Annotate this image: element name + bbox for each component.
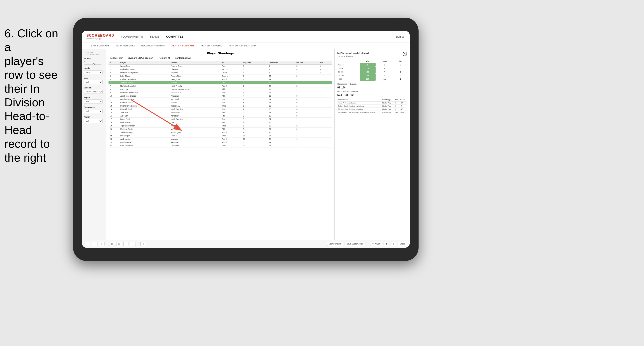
division-select[interactable]: NCAA Division I [84, 90, 102, 94]
share-button[interactable]: Share [398, 242, 407, 246]
table-row[interactable]: 21 Taehoon Song Washington Fourth 9 23 1 [108, 131, 332, 134]
toolbar-sep1 [107, 242, 107, 246]
record-value: 674 - 33 - 12 [337, 93, 354, 97]
sub-nav: TEAM SUMMARY TEAM H2H GRID TEAM H2H HEAT… [82, 42, 410, 49]
tournament-row: Fallon Oak Collegiate Invitational Strok… [337, 105, 407, 108]
standings-table: # Player School Yr Reg Rank Conf Rank No… [108, 61, 332, 148]
player-section: Player (All) [84, 116, 104, 123]
main-content: Update time: 27/03/2024 16:56:26 No Rds.… [82, 49, 410, 240]
logo-text: SCOREBOARD [86, 34, 114, 38]
toolbar-btn8[interactable]: ⊞ [391, 242, 396, 246]
table-row[interactable]: 2 Michael La Sasso Ole Miss Second 1 10 … [108, 68, 332, 71]
gender-select[interactable]: Men Women [84, 70, 102, 74]
col-yr: Yr [220, 61, 242, 65]
sign-out-button[interactable]: Sign out [396, 35, 405, 38]
toolbar-btn2[interactable]: ⊞ [109, 242, 115, 246]
redo-button[interactable]: ↪ [92, 242, 98, 246]
record-label: W-L-T record in-division: [337, 90, 359, 93]
year-select[interactable]: (All) [84, 80, 102, 84]
table-row[interactable]: 8 Mats Ege East Tennessee State Fifth 1 … [108, 88, 332, 91]
table-row[interactable]: 6 Jackson Koivun Auburn First 1 27 2 [108, 81, 332, 84]
tablet-frame: SCOREBOARD Powered by clippi TOURNAMENTS… [73, 18, 418, 261]
toolbar-btn6[interactable]: ◷ [140, 242, 146, 246]
table-row[interactable]: 23 Jack Lundin Missouri Fourth 11 24 1 [108, 138, 332, 141]
conference-select[interactable]: (All) [84, 109, 102, 113]
opponents-value: 98.1% [337, 86, 346, 89]
table-row[interactable]: 17 David Ford North Carolina Third 8 21 … [108, 118, 332, 121]
year-section: Year (All) [84, 77, 104, 84]
h2h-table: Win Loss Tie Top 10 8 3 2 11-25 20 9 5 2… [337, 59, 407, 81]
h2h-close-button[interactable]: × [402, 52, 407, 56]
player-select[interactable]: (All) [84, 119, 102, 123]
tournament-row: SEC Match Play hosted by Jerry Pate Roun… [337, 111, 407, 114]
h2h-row: 51-100 46 6 3 [337, 74, 407, 77]
col-player: Player [119, 61, 170, 65]
update-time: Update time: 27/03/2024 16:56:26 [84, 51, 104, 55]
table-row[interactable]: 7 Nicholas Gabrelcik North Florida Fourt… [108, 84, 332, 88]
table-row[interactable]: 3 Michael Thorbjornsen Stanford Fourth 1… [108, 71, 332, 74]
bottom-toolbar: ↩ ↪ ⟳ ⊞ ⊟ + ⋯ ◷ View: Original Save Cust… [82, 240, 410, 248]
toolbar-btn3[interactable]: ⊟ [116, 242, 122, 246]
table-row[interactable]: 14 Maxwell Ford North Carolina Third 7 2… [108, 108, 332, 111]
table-row[interactable]: 11 Gordon Sargent Vanderbilt Third 4 21 … [108, 98, 332, 101]
table-row[interactable]: 24 Bastian Amat New Mexico Fourth 1 27 2 [108, 141, 332, 144]
h2h-row: 26-50 22 4 1 [337, 70, 407, 74]
conference-section: Conference (All) [84, 106, 104, 113]
toolbar-btn4[interactable]: + [123, 242, 128, 246]
nav-tournaments[interactable]: TOURNAMENTS [121, 34, 143, 39]
table-row[interactable]: 1 Wenyi Ding Arizona State First 1 1 8 1 [108, 65, 332, 68]
toolbar-btn7[interactable]: ⬆ [384, 242, 389, 246]
nav-committee[interactable]: COMMITTEE [166, 34, 184, 39]
logo-sub: Powered by clippi [86, 38, 114, 40]
division-section: Division NCAA Division I [84, 87, 104, 94]
tab-player-h2h-grid[interactable]: PLAYER H2H GRID [198, 42, 226, 49]
h2h-row: >100 578 11 1 [337, 77, 407, 81]
table-row[interactable]: 9 Preston Summerhays Arizona State Third… [108, 91, 332, 94]
table-row[interactable]: 16 Alex Goff Kentucky Fifth 8 19 0 [108, 114, 332, 118]
save-custom-view-button[interactable]: Save Custom View [344, 242, 366, 246]
table-row[interactable]: 15 Jake Hall Tennessee Fifth 7 27 0 [108, 111, 332, 114]
table-row[interactable]: 4 Luke Claton Florida State Second 1 27 … [108, 74, 332, 78]
table-row[interactable]: 5 Christo Lamprecht Georgia Tech Fourth … [108, 78, 332, 81]
table-row[interactable]: 22 Ian Gilligan Florida Third 10 24 1 [108, 134, 332, 138]
tab-team-h2h-grid[interactable]: TEAM H2H GRID [112, 42, 138, 49]
table-row[interactable]: 19 Tiger Christensen Arizona Third 8 23 … [108, 124, 332, 128]
col-school: School [170, 61, 220, 65]
tablet-screen: SCOREBOARD Powered by clippi TOURNAMENTS… [82, 31, 410, 248]
tab-team-h2h-heatmap[interactable]: TEAM H2H HEATMAP [138, 42, 168, 49]
redo2-button[interactable]: ⟳ [99, 242, 104, 246]
region-select[interactable]: N/A [84, 100, 102, 103]
toolbar-btn5[interactable]: ⋯ [130, 242, 136, 246]
standings-filters: Gender: Men Division: NCAA Division I Re… [108, 57, 332, 59]
col-no-rds: No. Rds. [295, 61, 318, 65]
col-conf-rank: Conf Rank [268, 61, 295, 65]
view-original-button[interactable]: View: Original [327, 242, 343, 246]
tournament-table: Tournament Event Type Pos Score Amer Ari… [337, 98, 407, 114]
table-row[interactable]: 20 Matthew Riedel Vanderbilt Fifth 8 27 … [108, 128, 332, 131]
standings-title: Player Standings [108, 51, 332, 55]
table-row[interactable]: 13 Phichaksn Maichon Texas A&M Third 6 3… [108, 104, 332, 108]
no-rds-section: No Rds. 6 [84, 57, 104, 65]
opponents-label: Opponents in division: [337, 83, 357, 85]
nav-teams[interactable]: TEAMS [150, 34, 160, 39]
h2h-stats: Opponents in division: 98.1% W-L-T recor… [337, 83, 407, 97]
region-section: Region N/A [84, 96, 104, 103]
toolbar-sep2 [138, 242, 138, 246]
undo-button[interactable]: ↩ [84, 242, 90, 246]
table-row[interactable]: 25 Cole Sherwood Vanderbilt Third 12 23 … [108, 144, 332, 148]
toolbar-sep3 [368, 242, 368, 246]
tab-player-h2h-heatmap[interactable]: PLAYER H2H HEATMAP [226, 42, 259, 49]
tab-player-summary[interactable]: PLAYER SUMMARY [168, 42, 198, 49]
col-reg-rank: Reg Rank [242, 61, 268, 65]
tab-team-summary[interactable]: TEAM SUMMARY [86, 42, 112, 49]
table-row[interactable]: 18 Luke Powell ULA First 8 24 1 [108, 121, 332, 124]
table-row[interactable]: 12 Brendan Valles Auburn Third 4 27 0 [108, 101, 332, 104]
h2h-row: 11-25 20 9 5 [337, 67, 407, 70]
no-rds-slider[interactable] [84, 64, 104, 65]
h2h-panel: In Division Head-to-Head Jackson Koivun … [334, 49, 410, 240]
h2h-player-name: Jackson Koivun [337, 55, 369, 58]
watch-button[interactable]: 👁 Watch [370, 242, 382, 246]
instruction-text: 6. Click on a player's row to see their … [0, 22, 69, 169]
table-row[interactable]: 10 Jacob Mac Olesee Arkansas Fifth 4 25 … [108, 94, 332, 98]
gender-section: Gender Men Women [84, 67, 104, 74]
